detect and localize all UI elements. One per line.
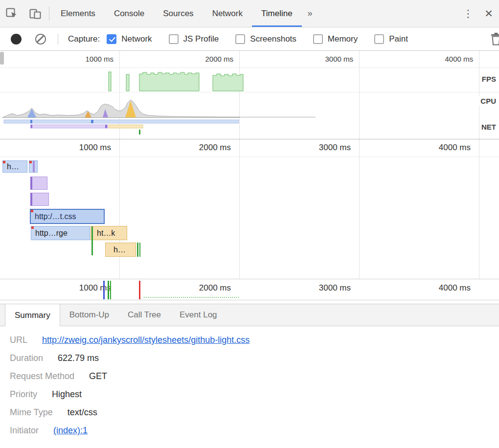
summary-label: Priority	[10, 389, 37, 400]
close-icon[interactable]: ✕	[478, 0, 499, 27]
timeline-flame-chart[interactable]: 1000 ms 2000 ms 3000 ms 4000 ms h… http:…	[0, 139, 499, 279]
detail-tabbar: Summary Bottom-Up Call Tree Event Log	[0, 304, 499, 326]
network-request-bar[interactable]	[30, 193, 49, 206]
summary-row-mime-type: Mime Type text/css	[0, 403, 499, 422]
menu-icon[interactable]: ⋮	[458, 0, 478, 27]
device-toolbar-icon	[29, 7, 42, 20]
network-request-bar[interactable]	[29, 160, 38, 173]
network-request-bar[interactable]	[30, 177, 47, 190]
summary-row-url: URL http://zweig.co/jankyscroll/styleshe…	[0, 331, 499, 349]
flame-ruler-label: 1000 ms	[60, 143, 111, 153]
tab-network[interactable]: Network	[203, 0, 252, 27]
cpu-row-label: CPU	[479, 96, 498, 106]
devtools-tabbar: Elements Console Sources Network Timelin…	[0, 0, 499, 27]
paint-checkbox-label: Paint	[389, 34, 408, 44]
duration-value: 622.79 ms	[58, 353, 99, 363]
summary-label: Mime Type	[10, 407, 53, 418]
stylesheet-marker	[33, 161, 35, 172]
network-request-bar-selected[interactable]: http:/…t.css	[30, 209, 105, 224]
request-bar-label: h…	[113, 246, 126, 254]
summary-label: Duration	[10, 353, 43, 363]
gridline	[479, 139, 479, 279]
memory-checkbox-label: Memory	[328, 34, 358, 44]
paint-marker	[137, 243, 138, 257]
js-profile-checkbox-label: JS Profile	[183, 34, 219, 44]
trash-icon	[490, 32, 499, 46]
tab-sources[interactable]: Sources	[154, 0, 203, 27]
bottom-ruler-label: 4000 ms	[419, 283, 471, 293]
request-bar-label: http:/…t.css	[35, 212, 76, 221]
summary-row-duration: Duration 622.79 ms	[0, 349, 499, 367]
checkbox-network[interactable]: Network	[107, 34, 152, 44]
timeline-bottom-ruler[interactable]: 1000 ms 2000 ms 3000 ms 4000 ms	[0, 279, 499, 300]
priority-value: Highest	[52, 389, 82, 400]
checkbox-memory[interactable]: Memory	[313, 34, 358, 44]
summary-row-initiator: Initiator (index):1	[0, 422, 499, 440]
tab-elements[interactable]: Elements	[51, 0, 105, 27]
bottom-ruler-label: 3000 ms	[299, 283, 351, 293]
paint-checkbox[interactable]	[374, 34, 384, 44]
timeline-overview[interactable]: 1000 ms 2000 ms 3000 ms 4000 ms	[0, 51, 499, 139]
dom-content-loaded-marker	[103, 281, 105, 299]
gridline	[239, 139, 240, 279]
bottom-ruler-label: 2000 ms	[180, 283, 231, 293]
checkbox-screenshots[interactable]: Screenshots	[235, 34, 296, 44]
inspect-icon	[5, 7, 18, 20]
fps-bars	[109, 72, 243, 91]
cpu-area-chart	[2, 100, 316, 118]
tab-timeline[interactable]: Timeline	[252, 0, 302, 27]
paint-marker	[91, 240, 93, 255]
separator	[49, 6, 49, 21]
summary-label: URL	[10, 335, 27, 345]
timeline-toolbar: Capture: Network JS Profile Screenshots …	[0, 27, 499, 51]
screenshots-checkbox[interactable]	[235, 34, 245, 44]
device-toolbar-button[interactable]	[23, 0, 47, 27]
tab-console[interactable]: Console	[105, 0, 154, 27]
request-bar-label: http…rge	[35, 229, 68, 238]
load-event-marker	[139, 281, 140, 299]
screenshots-checkbox-label: Screenshots	[250, 34, 296, 44]
network-request-bar[interactable]: h…	[2, 160, 27, 173]
clear-icon[interactable]	[35, 34, 46, 45]
ruler-divider	[0, 157, 499, 157]
flame-ruler-label: 2000 ms	[180, 143, 231, 153]
summary-label: Request Method	[10, 371, 74, 381]
network-request-bar[interactable]: http…rge	[31, 226, 90, 240]
capture-label: Capture:	[68, 34, 100, 44]
network-request-bar[interactable]: h…	[105, 243, 136, 257]
tab-call-tree[interactable]: Call Tree	[118, 304, 170, 326]
summary-label: Initiator	[10, 426, 39, 436]
request-method-value: GET	[89, 371, 107, 381]
more-tabs-button[interactable]: »	[302, 0, 318, 27]
request-bar-label: ht…k	[97, 229, 115, 238]
network-checkbox[interactable]	[107, 34, 116, 44]
initiator-link[interactable]: (index):1	[53, 426, 88, 436]
paint-marker	[139, 243, 140, 257]
error-marker	[30, 209, 33, 212]
tab-event-log[interactable]: Event Log	[170, 304, 227, 326]
overview-chart	[0, 51, 499, 139]
gridline	[359, 139, 360, 279]
request-bar-label: h…	[7, 162, 19, 171]
js-profile-checkbox[interactable]	[169, 34, 179, 44]
inspect-element-button[interactable]	[0, 0, 23, 27]
checkbox-js-profile[interactable]: JS Profile	[169, 34, 219, 44]
record-button[interactable]	[11, 34, 22, 45]
checkbox-paint[interactable]: Paint	[374, 34, 408, 44]
summary-row-priority: Priority Highest	[0, 385, 499, 403]
error-marker	[29, 160, 32, 163]
error-marker	[31, 226, 34, 229]
memory-checkbox[interactable]	[313, 34, 323, 44]
tabbar-spacer	[318, 0, 458, 27]
request-url-link[interactable]: http://zweig.co/jankyscroll/stylesheets/…	[42, 335, 250, 345]
summary-row-request-method: Request Method GET	[0, 367, 499, 385]
tab-summary[interactable]: Summary	[5, 304, 60, 326]
garbage-collect-button[interactable]	[490, 32, 499, 46]
devtools-window: Elements Console Sources Network Timelin…	[0, 0, 499, 448]
tab-bottom-up[interactable]: Bottom-Up	[60, 304, 118, 326]
net-row-label: NET	[480, 122, 498, 132]
flame-ruler-label: 4000 ms	[419, 143, 471, 153]
network-request-bar[interactable]: ht…k	[91, 226, 127, 240]
first-paint-marker	[110, 281, 111, 299]
separator	[58, 34, 58, 45]
